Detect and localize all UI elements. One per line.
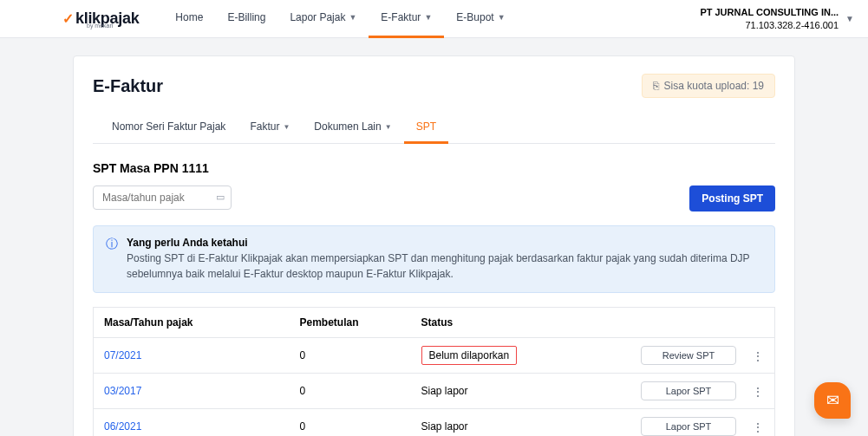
caret-down-icon: ▼ [283,123,290,131]
account-id: 71.103.328.2-416.001 [700,19,839,31]
th-masa: Masa/Tahun pajak [94,308,290,338]
caret-down-icon: ▼ [424,13,432,22]
sub-tabs: Nomor Seri Faktur Pajak Faktur ▼ Dokumen… [93,112,775,144]
tab-faktur-label: Faktur [250,120,279,133]
tab-faktur[interactable]: Faktur ▼ [238,112,302,144]
th-status: Status [411,308,628,338]
kebab-menu-icon[interactable]: ⋮ [752,420,764,434]
alert-text: Posting SPT di E-Faktur Klikpajak akan m… [127,251,762,282]
section-title: SPT Masa PPN 1111 [93,161,775,175]
period-link[interactable]: 06/2021 [104,420,141,433]
row-action-button[interactable]: Review SPT [641,346,736,365]
upload-icon: ⎘ [653,80,659,92]
table-row: 07/20210Belum dilaporkanReview SPT⋮ [94,338,775,374]
tab-spt[interactable]: SPT [404,112,448,144]
caret-down-icon: ▼ [498,13,506,22]
info-alert: ⓘ Yang perlu Anda ketahui Posting SPT di… [93,225,775,293]
tab-nsfp[interactable]: Nomor Seri Faktur Pajak [100,112,238,144]
main-nav: Home E-Billing Lapor Pajak ▼ E-Faktur ▼ … [163,0,517,38]
logo-subtext: by mekari [87,23,163,29]
chat-fab[interactable]: ✉ [814,382,851,419]
account-name: PT JURNAL CONSULTING IN... [700,6,839,18]
pembetulan-cell: 0 [290,374,411,409]
tab-dokumen-label: Dokumen Lain [314,120,381,133]
kebab-menu-icon[interactable]: ⋮ [752,385,764,399]
caret-down-icon: ▼ [349,13,356,22]
status-text: Siap lapor [421,420,468,433]
logo-check-icon: ✓ [62,10,74,27]
chat-icon: ✉ [826,391,839,410]
status-text: Siap lapor [421,385,468,397]
table-row: 03/20170Siap laporLapor SPT⋮ [94,374,775,409]
nav-ebupot[interactable]: E-Bupot ▼ [444,0,517,38]
tab-dokumen-lain[interactable]: Dokumen Lain ▼ [302,112,403,144]
nav-lapor-label: Lapor Pajak [290,11,345,23]
date-filter-wrap: ▭ [93,185,232,211]
kebab-menu-icon[interactable]: ⋮ [752,349,764,363]
quota-badge: ⎘ Sisa kuota upload: 19 [642,74,775,98]
th-pembetulan: Pembetulan [290,308,411,338]
page-title: E-Faktur [93,76,163,96]
th-actions [628,308,775,338]
alert-title: Yang perlu Anda ketahui [127,237,762,249]
brand-logo[interactable]: ✓ klikpajak by mekari [62,10,163,29]
posting-spt-button[interactable]: Posting SPT [689,185,775,211]
main-content: E-Faktur ⎘ Sisa kuota upload: 19 Nomor S… [73,55,795,436]
quota-label: Sisa kuota upload: 19 [664,80,764,92]
account-switcher[interactable]: PT JURNAL CONSULTING IN... 71.103.328.2-… [700,6,854,31]
caret-down-icon: ▼ [385,123,392,131]
nav-lapor-pajak[interactable]: Lapor Pajak ▼ [277,0,369,38]
info-icon: ⓘ [106,237,118,282]
top-navbar: ✓ klikpajak by mekari Home E-Billing Lap… [0,0,868,38]
calendar-icon: ▭ [216,192,225,203]
nav-home[interactable]: Home [163,0,215,38]
row-action-button[interactable]: Lapor SPT [641,381,736,400]
pembetulan-cell: 0 [290,338,411,374]
period-link[interactable]: 03/2017 [104,385,141,397]
nav-efaktur-label: E-Faktur [381,11,421,23]
row-action-button[interactable]: Lapor SPT [641,417,736,436]
nav-ebilling[interactable]: E-Billing [215,0,277,38]
pembetulan-cell: 0 [290,409,411,437]
table-row: 06/20210Siap laporLapor SPT⋮ [94,409,775,437]
caret-down-icon: ▼ [845,13,854,24]
status-badge: Belum dilaporkan [421,346,518,365]
date-filter-input[interactable] [93,185,232,210]
nav-efaktur[interactable]: E-Faktur ▼ [369,0,444,38]
period-link[interactable]: 07/2021 [104,349,141,361]
spt-table: Masa/Tahun pajak Pembetulan Status 07/20… [93,307,775,436]
nav-ebupot-label: E-Bupot [456,11,493,23]
